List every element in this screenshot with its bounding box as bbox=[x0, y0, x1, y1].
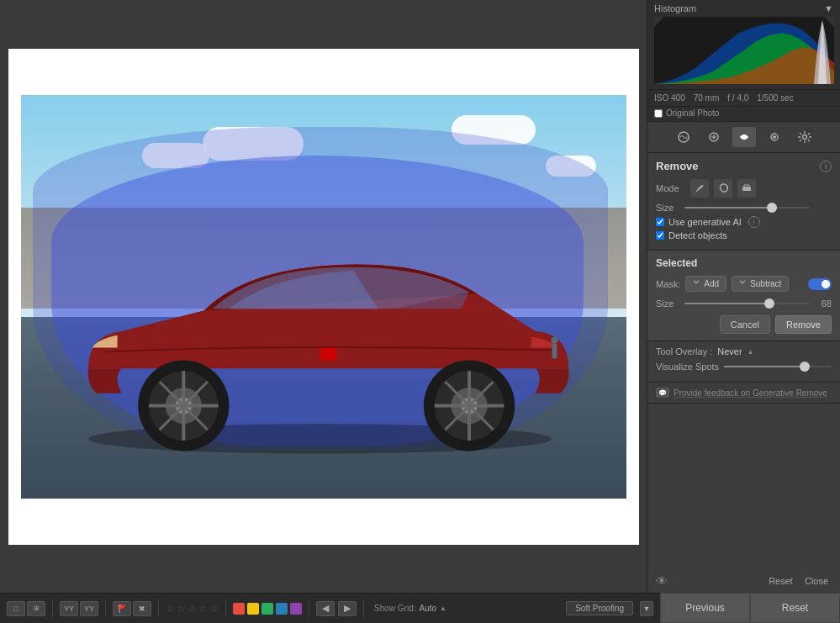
histogram-collapse-icon[interactable]: ▼ bbox=[824, 3, 833, 13]
reject-btn[interactable]: ✖ bbox=[133, 601, 151, 616]
detect-objects-checkbox[interactable] bbox=[656, 231, 664, 240]
tool-overlay-value: Never bbox=[717, 346, 742, 356]
color-label-purple[interactable] bbox=[290, 603, 302, 615]
tool-icons-row bbox=[647, 122, 840, 153]
view-mode-group: □ ⊞ bbox=[7, 601, 45, 616]
size-slider-track[interactable] bbox=[684, 207, 810, 209]
reset-action-button[interactable]: Reset bbox=[765, 574, 796, 588]
selected-panel: Selected Mask: Add Subtract Size bbox=[647, 251, 840, 341]
selected-size-slider-track[interactable] bbox=[684, 303, 810, 304]
remove-icon[interactable] bbox=[732, 127, 756, 147]
flag-btn[interactable]: 🚩 bbox=[113, 601, 131, 616]
aperture-value: f / 4,0 bbox=[727, 93, 748, 103]
remove-panel-title: Remove i bbox=[656, 160, 832, 172]
photo-container bbox=[8, 49, 639, 545]
tool-overlay-arrow[interactable]: ▲ bbox=[748, 348, 754, 356]
grid-dropdown-arrow[interactable]: ▲ bbox=[440, 605, 446, 612]
size-label: Size bbox=[656, 203, 679, 213]
flag-group: 🚩 ✖ bbox=[113, 601, 151, 616]
svg-point-19 bbox=[552, 336, 558, 343]
remove-button[interactable]: Remove bbox=[775, 315, 832, 334]
tool-overlay-row: Tool Overlay : Never ▲ bbox=[656, 346, 832, 356]
show-grid-value: Auto bbox=[419, 604, 436, 613]
add-button[interactable]: Add bbox=[685, 276, 726, 292]
original-photo-checkbox[interactable] bbox=[654, 109, 663, 118]
shutter-value: 1/500 sec bbox=[757, 93, 793, 103]
feedback-row: 💬 Provide feedback on Generative Remove bbox=[647, 383, 840, 404]
tool-overlay-section: Tool Overlay : Never ▲ Visualize Spots bbox=[647, 341, 840, 383]
erase-mode-icon[interactable] bbox=[737, 179, 756, 198]
star-3[interactable]: ☆ bbox=[188, 603, 197, 615]
sep-1 bbox=[52, 600, 53, 617]
star-2[interactable]: ☆ bbox=[177, 603, 186, 615]
color-label-yellow[interactable] bbox=[247, 603, 259, 615]
generative-ai-checkbox[interactable] bbox=[656, 218, 664, 226]
previous-button[interactable]: Previous bbox=[660, 593, 750, 623]
eye-visibility-icon[interactable]: 👁 bbox=[656, 574, 668, 588]
original-photo-row: Original Photo bbox=[647, 107, 840, 122]
nav-prev-arrow[interactable]: ◀ bbox=[316, 601, 335, 616]
bottom-toolbar: □ ⊞ YY YY 🚩 ✖ ☆ ☆ ☆ ☆ ☆ bbox=[0, 593, 660, 623]
color-label-red[interactable] bbox=[233, 603, 245, 615]
detect-objects-row: Detect objects bbox=[656, 230, 832, 240]
svg-rect-17 bbox=[320, 347, 337, 360]
selected-size-slider-thumb[interactable] bbox=[764, 298, 774, 309]
mode-row: Mode bbox=[656, 179, 832, 198]
single-view-btn[interactable]: □ bbox=[7, 601, 25, 616]
star-1[interactable]: ☆ bbox=[166, 603, 175, 615]
right-panel: Histogram ▼ bbox=[647, 0, 840, 593]
reset-close-row: Reset Close bbox=[765, 574, 832, 588]
yy-btn-1[interactable]: YY bbox=[60, 601, 78, 616]
nav-next-arrow[interactable]: ▶ bbox=[338, 601, 357, 616]
color-label-blue[interactable] bbox=[276, 603, 288, 615]
reset-bottom-button[interactable]: Reset bbox=[750, 593, 840, 623]
sep-4 bbox=[225, 600, 226, 617]
bottom-action-row: 👁 Reset Close bbox=[647, 569, 840, 593]
close-action-button[interactable]: Close bbox=[801, 574, 832, 588]
content-aware-icon[interactable] bbox=[672, 127, 695, 147]
selected-size-slider-fill bbox=[684, 303, 769, 304]
remove-panel: Remove i Mode Size bbox=[647, 153, 840, 251]
selected-size-label: Size bbox=[656, 298, 679, 309]
healing-icon[interactable] bbox=[702, 127, 726, 147]
grid-view-btn[interactable]: ⊞ bbox=[27, 601, 45, 616]
bottom-right-buttons: Previous Reset bbox=[660, 593, 840, 623]
visualize-spots-row: Visualize Spots bbox=[656, 362, 832, 372]
photo-info: ISO 400 70 mm f / 4,0 1/500 sec bbox=[647, 90, 840, 107]
photo-image[interactable] bbox=[21, 95, 626, 499]
toggle-switch[interactable] bbox=[808, 278, 832, 290]
star-rating: ☆ ☆ ☆ ☆ ☆ bbox=[166, 603, 219, 615]
settings-icon[interactable] bbox=[793, 127, 816, 147]
remove-info-icon[interactable]: i bbox=[820, 161, 832, 172]
star-5[interactable]: ☆ bbox=[209, 603, 219, 615]
feedback-text[interactable]: Provide feedback on Generative Remove bbox=[674, 388, 827, 398]
iso-value: ISO 400 bbox=[654, 93, 685, 103]
lasso-mode-icon[interactable] bbox=[714, 179, 732, 198]
yy-btn-2[interactable]: YY bbox=[80, 601, 98, 616]
selected-size-value: 68 bbox=[815, 298, 832, 309]
bottom-bar: □ ⊞ YY YY 🚩 ✖ ☆ ☆ ☆ ☆ ☆ bbox=[0, 593, 840, 623]
svg-rect-18 bbox=[552, 343, 557, 358]
yy-group: YY YY bbox=[60, 601, 98, 616]
car-svg bbox=[39, 196, 602, 458]
visualize-spots-label: Visualize Spots bbox=[656, 362, 719, 372]
color-label-green[interactable] bbox=[262, 603, 273, 615]
histogram-header: Histogram ▼ bbox=[654, 3, 833, 13]
subtract-button[interactable]: Subtract bbox=[732, 276, 789, 292]
sep-2 bbox=[105, 600, 106, 617]
brush-mode-icon[interactable] bbox=[690, 179, 709, 198]
focal-length-value: 70 mm bbox=[694, 93, 720, 103]
soft-proofing-button[interactable]: Soft Proofing bbox=[566, 601, 633, 615]
red-eye-icon[interactable] bbox=[763, 127, 786, 147]
size-slider-thumb[interactable] bbox=[767, 203, 777, 213]
sep-3 bbox=[158, 600, 159, 617]
svg-point-29 bbox=[802, 135, 806, 140]
svg-point-28 bbox=[773, 135, 776, 139]
generative-ai-info-icon[interactable]: i bbox=[748, 216, 760, 228]
star-4[interactable]: ☆ bbox=[198, 603, 208, 615]
selected-size-slider-row: Size 68 bbox=[656, 298, 832, 309]
cancel-button[interactable]: Cancel bbox=[720, 315, 770, 334]
visualize-spots-slider[interactable] bbox=[724, 366, 832, 367]
soft-proofing-dropdown[interactable]: ▼ bbox=[640, 601, 653, 616]
generative-ai-label: Use generative AI bbox=[668, 217, 742, 227]
